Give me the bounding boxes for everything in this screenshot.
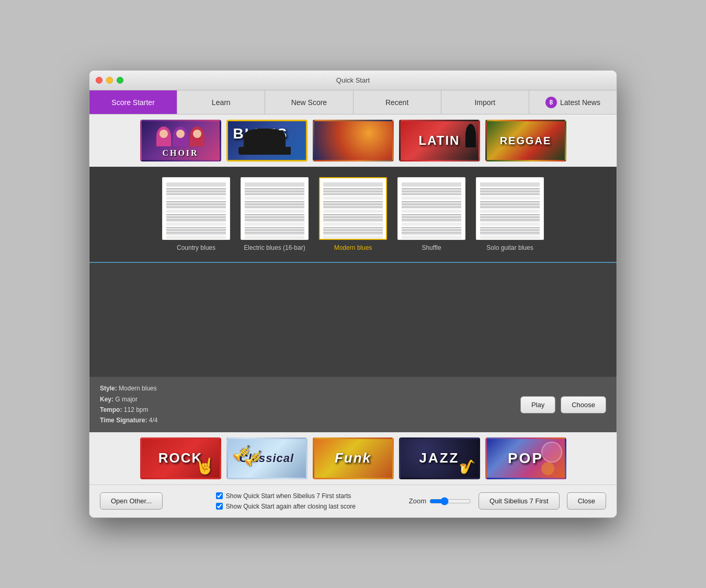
tab-learn[interactable]: Learn bbox=[177, 90, 265, 114]
tab-new-score-label: New Score bbox=[291, 98, 327, 107]
genre-classical[interactable]: Classical 🎺 🎺 bbox=[226, 437, 308, 479]
tab-recent[interactable]: Recent bbox=[354, 90, 441, 114]
genre-jazz-label: JAZZ bbox=[419, 450, 460, 466]
score-label-electric-blues: Electric blues (16-bar) bbox=[244, 244, 305, 251]
zoom-control: Zoom bbox=[409, 497, 471, 505]
window-title: Quick Start bbox=[336, 76, 370, 84]
footer: Open Other... Show Quick Start when Sibe… bbox=[89, 485, 617, 517]
genre-funk[interactable]: Funk bbox=[313, 437, 394, 479]
checkbox-show-after-close[interactable] bbox=[216, 503, 223, 510]
genre-rock[interactable]: ROCK 🤘 bbox=[140, 437, 221, 479]
key-label: Key: bbox=[100, 396, 113, 403]
footer-checkboxes: Show Quick Start when Sibelius 7 First s… bbox=[216, 492, 356, 510]
open-other-button[interactable]: Open Other... bbox=[100, 492, 163, 510]
maximize-button[interactable] bbox=[117, 77, 123, 84]
genre-reggae[interactable]: REGGAE bbox=[485, 120, 566, 162]
action-buttons: Play Choose bbox=[520, 396, 606, 413]
score-country-blues[interactable]: Country blues bbox=[162, 177, 230, 251]
news-badge: 8 bbox=[545, 97, 557, 108]
quit-button[interactable]: Quit Sibelius 7 First bbox=[479, 492, 560, 510]
zoom-slider[interactable] bbox=[429, 497, 471, 505]
checkbox-show-on-start[interactable] bbox=[216, 492, 223, 499]
choose-button[interactable]: Choose bbox=[561, 396, 606, 413]
score-thumb-inner3 bbox=[320, 178, 386, 239]
tab-import-label: Import bbox=[474, 98, 495, 107]
score-thumb-inner4 bbox=[398, 178, 464, 239]
checkbox-show-on-start-label: Show Quick Start when Sibelius 7 First s… bbox=[226, 492, 351, 500]
minimize-button[interactable] bbox=[106, 77, 113, 84]
key-value: G major bbox=[115, 396, 138, 403]
score-thumb-modern-blues bbox=[319, 177, 387, 240]
style-value: Modern blues bbox=[119, 385, 157, 392]
info-bar: Style: Modern blues Key: G major Tempo: … bbox=[89, 377, 617, 432]
genre-latin[interactable]: LATIN bbox=[399, 120, 480, 162]
tempo-label: Tempo: bbox=[100, 406, 122, 413]
score-label-solo-guitar: Solo guitar blues bbox=[486, 244, 533, 251]
tab-bar: Score Starter Learn New Score Recent Imp… bbox=[89, 90, 617, 114]
tab-new-score[interactable]: New Score bbox=[265, 90, 353, 114]
genre-choir[interactable]: CHOIR bbox=[140, 120, 221, 162]
tab-learn-label: Learn bbox=[212, 98, 231, 107]
play-button[interactable]: Play bbox=[520, 396, 555, 413]
title-bar: Quick Start bbox=[89, 71, 617, 90]
score-thumb-country-blues bbox=[162, 177, 230, 240]
genre-country[interactable]: COUNTRY bbox=[313, 120, 394, 162]
tab-score-starter-label: Score Starter bbox=[111, 98, 154, 107]
score-thumb-inner5 bbox=[477, 178, 543, 239]
scores-section: Country blues bbox=[89, 167, 617, 262]
score-thumb-electric-blues bbox=[241, 177, 309, 240]
score-shuffle[interactable]: Shuffle bbox=[397, 177, 465, 251]
genre-pop-label: POP bbox=[508, 450, 543, 467]
score-label-modern-blues: Modern blues bbox=[334, 244, 372, 251]
tab-import[interactable]: Import bbox=[441, 90, 529, 114]
preview-area bbox=[89, 262, 617, 377]
score-info: Style: Modern blues Key: G major Tempo: … bbox=[100, 383, 158, 426]
score-thumb-inner2 bbox=[242, 178, 308, 239]
score-thumb-inner bbox=[163, 178, 229, 239]
close-button-footer[interactable]: Close bbox=[567, 492, 606, 510]
tab-recent-label: Recent bbox=[385, 98, 408, 107]
top-genre-strip: CHOIR BLUES COUNTRY LATIN REGG bbox=[89, 114, 617, 167]
style-label: Style: bbox=[100, 385, 117, 392]
tab-latest-news[interactable]: 8 Latest News bbox=[529, 90, 617, 114]
genre-reggae-label: REGGAE bbox=[500, 135, 552, 147]
score-thumb-solo-guitar bbox=[476, 177, 544, 240]
score-thumb-shuffle bbox=[397, 177, 465, 240]
latest-news-tab-content: 8 Latest News bbox=[545, 97, 600, 108]
score-label-country-blues: Country blues bbox=[177, 244, 215, 251]
genre-blues[interactable]: BLUES bbox=[226, 120, 308, 162]
tempo-value: 112 bpm bbox=[124, 406, 149, 413]
traffic-lights bbox=[96, 77, 123, 84]
score-solo-guitar-blues[interactable]: Solo guitar blues bbox=[476, 177, 544, 251]
score-electric-blues[interactable]: Electric blues (16-bar) bbox=[241, 177, 309, 251]
main-window: Quick Start Score Starter Learn New Scor… bbox=[89, 70, 617, 518]
genre-funk-label: Funk bbox=[335, 450, 371, 466]
score-modern-blues[interactable]: Modern blues bbox=[319, 177, 387, 251]
checkbox-row-1: Show Quick Start when Sibelius 7 First s… bbox=[216, 492, 356, 500]
checkbox-show-after-close-label: Show Quick Start again after closing las… bbox=[226, 503, 356, 510]
score-label-shuffle: Shuffle bbox=[422, 244, 441, 251]
genre-pop[interactable]: POP bbox=[485, 437, 566, 479]
tab-score-starter[interactable]: Score Starter bbox=[89, 90, 177, 114]
genre-jazz[interactable]: JAZZ 🎷 bbox=[399, 437, 480, 479]
time-sig-label: Time Signature: bbox=[100, 417, 147, 424]
close-button[interactable] bbox=[96, 77, 103, 84]
checkbox-row-2: Show Quick Start again after closing las… bbox=[216, 503, 356, 510]
zoom-label: Zoom bbox=[409, 497, 426, 505]
footer-right: Zoom Quit Sibelius 7 First Close bbox=[409, 492, 606, 510]
time-sig-value: 4/4 bbox=[149, 417, 158, 424]
tab-latest-news-label: Latest News bbox=[560, 98, 600, 107]
bottom-genre-strip: ROCK 🤘 Classical 🎺 🎺 Funk JAZZ 🎷 POP bbox=[89, 432, 617, 485]
